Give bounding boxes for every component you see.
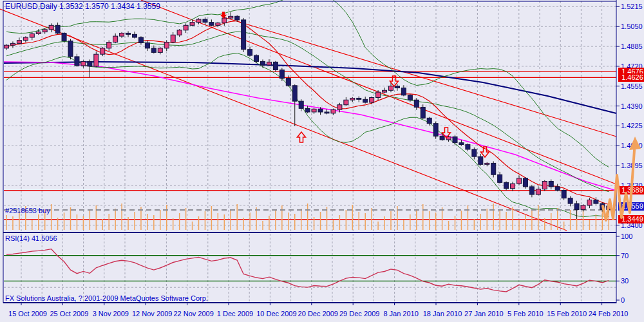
rsi-axis-label: 70 bbox=[621, 252, 629, 260]
price-chart-canvas[interactable] bbox=[0, 0, 644, 322]
chart-title: EURUSD,Daily 1.3532 1.3570 1.3434 1.3559 bbox=[5, 2, 160, 11]
price-axis-box: 1.3689 bbox=[618, 186, 644, 194]
copyright-label: FX Solutions Australia, ? 2001-2009 Meta… bbox=[5, 294, 208, 302]
price-axis-label: 1.4225 bbox=[621, 122, 643, 129]
rsi-indicator-label: RSI(14) 41.5056 bbox=[5, 234, 57, 242]
rsi-axis-label: 0 bbox=[621, 296, 625, 304]
price-axis-label: 1.5050 bbox=[621, 23, 643, 30]
price-axis-box: 1.3559 bbox=[618, 202, 644, 211]
price-axis-label: 1.3895 bbox=[621, 162, 643, 169]
price-axis-box: 1.3449 bbox=[618, 215, 644, 223]
rsi-axis-label: 30 bbox=[621, 277, 629, 285]
price-axis-label: 1.4555 bbox=[621, 82, 643, 90]
price-axis-label: 1.4060 bbox=[621, 142, 643, 149]
price-axis-box: 1.4626 bbox=[618, 73, 644, 82]
order-label: #2518653 buy bbox=[5, 207, 50, 214]
date-axis-label: 24 Feb 2010 bbox=[584, 310, 633, 317]
price-axis-label: 1.4885 bbox=[621, 43, 643, 50]
up-arrow-icon bbox=[298, 132, 306, 142]
rsi-axis-label: 100 bbox=[621, 232, 632, 240]
price-axis-label: 1.5215 bbox=[621, 3, 643, 10]
price-axis-label: 1.4390 bbox=[621, 102, 643, 110]
chart-window: EURUSD,Daily 1.3532 1.3570 1.3434 1.3559… bbox=[0, 0, 644, 322]
